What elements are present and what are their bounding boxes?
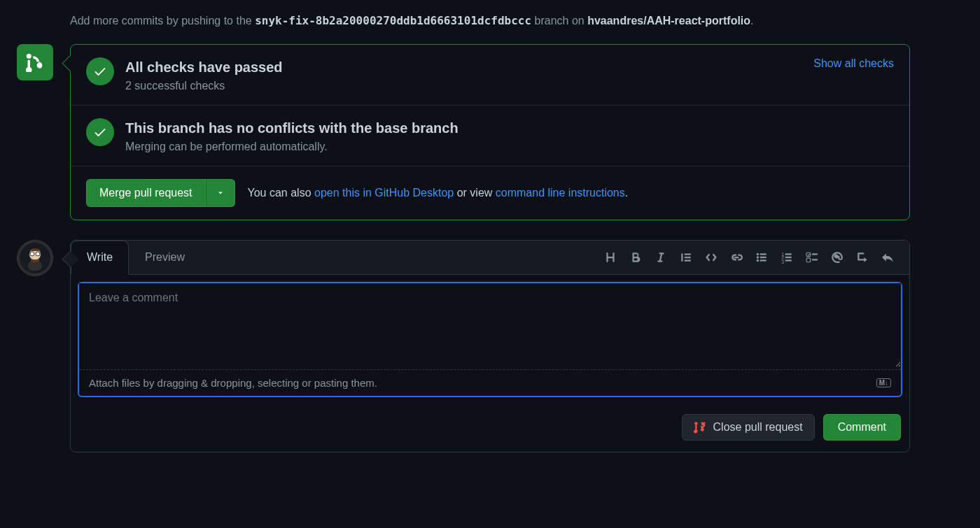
tasklist-icon[interactable] — [806, 251, 818, 264]
svg-rect-17 — [806, 252, 811, 257]
svg-point-4 — [36, 252, 40, 256]
checks-section: All checks have passed 2 successful chec… — [71, 45, 909, 105]
ol-icon[interactable]: 123 — [780, 251, 793, 264]
close-pr-button[interactable]: Close pull request — [682, 414, 815, 441]
show-all-checks-link[interactable]: Show all checks — [813, 57, 894, 70]
svg-rect-19 — [806, 258, 811, 262]
comment-panel: Write Preview 123 — [70, 240, 910, 452]
attach-hint: Attach files by dragging & dropping, sel… — [89, 377, 377, 389]
svg-rect-10 — [760, 259, 766, 261]
attach-bar[interactable]: Attach files by dragging & dropping, sel… — [79, 369, 901, 396]
tab-preview[interactable]: Preview — [129, 241, 201, 274]
code-icon[interactable] — [705, 251, 718, 264]
conflicts-section: This branch has no conflicts with the ba… — [71, 105, 909, 166]
merge-pr-button[interactable]: Merge pull request — [86, 179, 206, 207]
svg-point-7 — [757, 259, 759, 262]
formatting-toolbar: 123 — [597, 251, 901, 264]
italic-icon[interactable] — [654, 251, 667, 264]
merge-action-row: Merge pull request You can also open thi… — [71, 166, 909, 220]
hint-repo: hvaandres/AAH-react-portfolio — [587, 15, 750, 27]
comment-button[interactable]: Comment — [823, 414, 901, 441]
caret-down-icon — [216, 189, 225, 197]
svg-rect-9 — [760, 257, 766, 258]
svg-rect-14 — [785, 253, 792, 255]
cli-instructions-link[interactable]: command line instructions — [496, 187, 625, 199]
link-icon[interactable] — [730, 251, 743, 264]
comment-textarea[interactable] — [79, 283, 901, 367]
ul-icon[interactable] — [755, 251, 768, 264]
svg-rect-8 — [760, 253, 766, 255]
hint-prefix: Add more commits by pushing to the — [70, 15, 255, 27]
check-icon — [86, 57, 114, 85]
merge-options-dropdown[interactable] — [206, 179, 235, 207]
hint-branch: snyk-fix-8b2a20000270ddb1d6663101dcfdbcc… — [255, 14, 531, 27]
merge-badge — [17, 44, 53, 80]
hint-mid: branch on — [531, 15, 587, 27]
svg-rect-15 — [785, 257, 792, 258]
bold-icon[interactable] — [629, 251, 642, 264]
checks-title: All checks have passed — [125, 57, 802, 77]
checks-subtitle: 2 successful checks — [125, 80, 802, 92]
close-pr-label: Close pull request — [713, 421, 803, 434]
svg-point-5 — [757, 253, 759, 255]
svg-point-6 — [757, 256, 759, 258]
hint-suffix: . — [750, 15, 753, 27]
open-desktop-link[interactable]: open this in GitHub Desktop — [314, 187, 454, 199]
svg-text:3: 3 — [781, 259, 784, 264]
git-pull-request-closed-icon — [694, 421, 706, 434]
svg-point-3 — [30, 252, 34, 256]
svg-rect-20 — [812, 259, 818, 260]
check-icon — [86, 118, 114, 146]
reply-icon[interactable] — [881, 251, 894, 264]
comment-editor: Attach files by dragging & dropping, sel… — [78, 282, 902, 397]
cross-reference-icon[interactable] — [856, 251, 869, 264]
markdown-badge-icon[interactable]: M↓ — [876, 378, 891, 387]
quote-icon[interactable] — [680, 251, 692, 264]
merge-panel: All checks have passed 2 successful chec… — [70, 44, 910, 220]
comment-actions: Close pull request Comment — [71, 404, 909, 452]
svg-rect-18 — [812, 253, 818, 255]
heading-icon[interactable] — [604, 251, 617, 264]
git-merge-icon — [25, 52, 45, 72]
conflicts-title: This branch has no conflicts with the ba… — [125, 118, 894, 138]
tab-write[interactable]: Write — [71, 241, 129, 275]
push-hint: Add more commits by pushing to the snyk-… — [70, 14, 910, 27]
conflicts-subtitle: Merging can be performed automatically. — [125, 141, 894, 153]
merge-help-text: You can also open this in GitHub Desktop… — [248, 187, 629, 199]
tab-bar: Write Preview 123 — [71, 241, 909, 275]
svg-rect-16 — [785, 259, 792, 261]
user-avatar[interactable] — [17, 240, 53, 276]
mention-icon[interactable] — [831, 251, 844, 264]
